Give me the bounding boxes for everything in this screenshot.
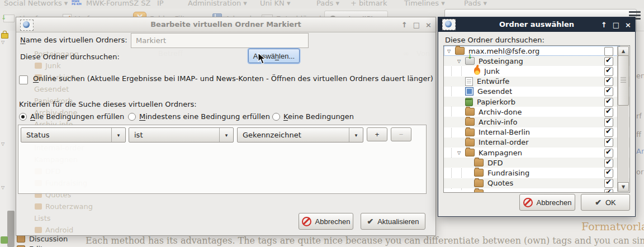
value-dropdown[interactable]: Gekennzeichnet ▾ bbox=[237, 127, 363, 142]
close-icon[interactable]: × bbox=[625, 21, 631, 29]
expander-icon[interactable]: ▽ bbox=[1, 185, 4, 190]
clipped-text: en bbox=[636, 72, 644, 80]
radio-match-none[interactable]: Keine Bedingungen bbox=[272, 112, 354, 121]
tree-row-dfd[interactable]: DFD bbox=[444, 158, 630, 168]
clipped-text: or bbox=[636, 168, 643, 176]
tree-row-archiv-done[interactable]: Archiv-done bbox=[444, 107, 630, 117]
ok-button[interactable]: ✔ OK bbox=[581, 194, 630, 211]
mwk-favicon: MWKPE·KM bbox=[72, 0, 80, 7]
folder-checkbox[interactable] bbox=[604, 128, 613, 137]
folder-icon bbox=[474, 159, 484, 167]
radio-icon bbox=[19, 113, 27, 121]
expander-icon[interactable]: ▽ bbox=[447, 49, 455, 54]
folder-checkbox[interactable] bbox=[604, 87, 613, 96]
folder-checkbox[interactable] bbox=[604, 169, 613, 178]
bookmark-item[interactable]: Social Networks ▾ bbox=[4, 0, 68, 7]
search-folders-label: Diese Ordner durchsuchen: bbox=[20, 53, 120, 61]
ghost-folder-row: Android bbox=[35, 226, 73, 234]
tree-row-quotes[interactable]: Quotes bbox=[444, 178, 630, 188]
folder-checkbox[interactable] bbox=[604, 179, 613, 188]
bookmark-item[interactable]: Pads ▾ bbox=[464, 0, 487, 7]
maximize-icon[interactable]: □ bbox=[413, 21, 420, 29]
folder-checkbox[interactable] bbox=[604, 149, 613, 158]
operator-dropdown[interactable]: ist ▾ bbox=[129, 127, 234, 142]
search-online-row: Online suchen (Aktuelle Ergebnisse bei I… bbox=[19, 74, 433, 84]
ghost-folder-row: Lists bbox=[34, 214, 51, 222]
clipped-text: ff bbox=[636, 130, 641, 139]
folder-checkbox[interactable] bbox=[604, 98, 613, 107]
folder-checkbox[interactable] bbox=[604, 57, 613, 66]
bookmark-item[interactable]: Pads ▾ bbox=[316, 0, 339, 7]
folder-checkbox[interactable] bbox=[604, 67, 613, 76]
dialog-titlebar[interactable]: Ordner auswählen ↑ □ × bbox=[438, 17, 635, 32]
radio-match-any[interactable]: Mindestens eine Bedingung erfüllen bbox=[128, 112, 272, 121]
choose-folders-dialog: Ordner auswählen ↑ □ × Diese Ordner durc… bbox=[438, 17, 636, 217]
choose-folders-button[interactable]: Auswählen... bbox=[248, 49, 300, 63]
folder-item-editors[interactable]: Editors bbox=[17, 245, 54, 247]
remove-condition-button[interactable]: − bbox=[391, 127, 411, 141]
folder-checkbox[interactable] bbox=[604, 118, 613, 127]
tree-row-junk[interactable]: Junk bbox=[444, 66, 630, 76]
chevron-down-icon: ▾ bbox=[111, 128, 125, 142]
bookmark-item[interactable]: IP bbox=[157, 0, 164, 7]
desktop: Social Networks ▾MWK-ForumSZ SZIPAdminis… bbox=[0, 0, 644, 247]
tree-row-posteingang[interactable]: ▽Posteingang bbox=[444, 56, 630, 66]
folder-checkbox[interactable] bbox=[604, 47, 613, 56]
restore-icon[interactable]: ↑ bbox=[401, 21, 408, 29]
scroll-up-icon[interactable]: ▲ bbox=[618, 46, 629, 56]
tree-row-internal-berlin[interactable]: Internal-Berlin bbox=[444, 127, 630, 137]
cancel-icon bbox=[523, 198, 533, 207]
bookmark-item[interactable]: MWK-Forum bbox=[86, 0, 129, 7]
tree-scrollbar[interactable]: ▲ ▼ bbox=[617, 46, 629, 192]
tree-row-clipped[interactable] bbox=[444, 188, 630, 193]
tree-row-archiv-info[interactable]: Archiv-info bbox=[444, 117, 630, 127]
tree-row-papierkorb[interactable]: Papierkorb bbox=[444, 97, 630, 107]
expander-icon[interactable]: ▽ bbox=[457, 150, 465, 155]
bookmark-item[interactable]: Uni KN ▾ bbox=[260, 0, 290, 7]
folder-pane-scrollbar[interactable] bbox=[7, 211, 15, 247]
scroll-down-icon[interactable]: ▼ bbox=[618, 182, 629, 192]
sent-icon bbox=[465, 87, 473, 96]
dialog-titlebar[interactable]: Bearbeite virtuellen Ordner Markiert ↑ □… bbox=[16, 17, 435, 32]
tree-row-entw-rfe[interactable]: Entwürfe bbox=[444, 77, 630, 87]
tree-row-internal-order[interactable]: Internal-order bbox=[444, 137, 630, 148]
folder-checkbox[interactable] bbox=[604, 108, 613, 117]
folder-checkbox[interactable] bbox=[604, 77, 613, 86]
folder-checkbox[interactable] bbox=[604, 138, 613, 147]
folder-checkbox[interactable] bbox=[604, 189, 613, 193]
radio-match-all[interactable]: Alle Bedingungen erfüllen bbox=[19, 112, 128, 121]
folder-checkbox[interactable] bbox=[604, 159, 613, 168]
dialog-title: Bearbeite virtuellen Ordner Markiert bbox=[16, 17, 435, 32]
search-online-checkbox[interactable] bbox=[19, 75, 28, 84]
expander-icon[interactable]: ▽ bbox=[1, 40, 4, 45]
folder-item-discussion[interactable]: Discussion bbox=[17, 235, 68, 243]
update-button[interactable]: ✔ Aktualisieren bbox=[361, 213, 425, 230]
scrollbar-thumb[interactable] bbox=[618, 55, 629, 106]
folder-icon bbox=[474, 179, 484, 187]
bookmark-item[interactable]: + bitmark bbox=[351, 0, 387, 7]
cancel-button[interactable]: Abbrechen bbox=[299, 213, 353, 230]
mouse-cursor bbox=[258, 53, 267, 65]
virtual-folder-name-input[interactable]: Markiert bbox=[131, 33, 309, 48]
tree-row-kampagnen[interactable]: ▽Kampagnen bbox=[444, 148, 630, 158]
cancel-button[interactable]: Abbrechen bbox=[519, 194, 575, 211]
attribute-dropdown[interactable]: Status ▾ bbox=[21, 127, 126, 142]
bookmark-item[interactable]: SZ SZ bbox=[129, 0, 150, 7]
ghost-folder-row: Routerzwang bbox=[35, 202, 93, 211]
ghost-folder-row: Gesendet bbox=[34, 85, 69, 93]
bookmark-item[interactable]: Administration ▾ bbox=[188, 0, 247, 7]
expander-icon[interactable]: ▽ bbox=[457, 59, 465, 64]
add-condition-button[interactable]: + bbox=[367, 127, 387, 141]
expander-icon[interactable]: ▽ bbox=[1, 141, 4, 146]
restore-icon[interactable]: ↑ bbox=[601, 21, 607, 29]
tree-row-gesendet[interactable]: Gesendet bbox=[444, 87, 630, 97]
close-icon[interactable]: × bbox=[425, 21, 432, 29]
edit-virtual-folder-dialog: Bearbeite virtuellen Ordner Markiert ↑ □… bbox=[16, 17, 436, 236]
folder-icon bbox=[465, 149, 475, 156]
bookmark-item[interactable]: Timelines ▾ bbox=[404, 0, 445, 7]
tree-row-fundraising[interactable]: Fundraising bbox=[444, 168, 630, 178]
choose-folders-label: Diese Ordner durchsuchen: bbox=[445, 36, 544, 44]
inbox-icon bbox=[465, 57, 475, 65]
search-online-label: Online suchen (Aktuelle Ergebnisse bei I… bbox=[33, 74, 433, 83]
maximize-icon[interactable]: □ bbox=[613, 21, 619, 29]
